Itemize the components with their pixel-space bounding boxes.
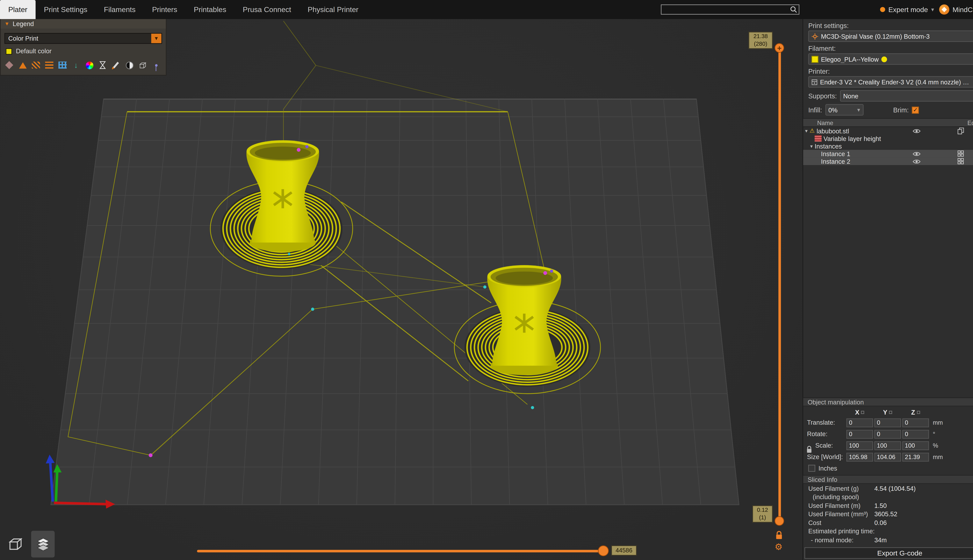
travel-arrow-icon[interactable] xyxy=(70,60,81,71)
move-slider-thumb[interactable] xyxy=(598,545,609,556)
tab-prusa-connect[interactable]: Prusa Connect xyxy=(234,0,299,19)
tab-physical-printer[interactable]: Physical Printer xyxy=(299,0,367,19)
translate-x-input[interactable] xyxy=(846,418,873,427)
object-row-variable-layer-height[interactable]: Variable layer height xyxy=(803,135,973,142)
size-label: Size [World]: xyxy=(807,453,846,460)
flower-icon[interactable] xyxy=(4,60,15,71)
shadow-sphere-icon[interactable] xyxy=(124,60,135,71)
rotate-x-input[interactable] xyxy=(846,430,873,438)
supports-select[interactable]: None xyxy=(840,90,973,102)
supports-value: None xyxy=(843,92,858,99)
supports-label: Supports: xyxy=(808,92,837,100)
instance-grid-icon[interactable] xyxy=(958,158,964,166)
seam-pencil-icon[interactable] xyxy=(110,60,121,71)
legend-header[interactable]: Legend xyxy=(1,19,166,28)
support-grid-icon[interactable] xyxy=(57,60,68,71)
infill-label: Infill: xyxy=(808,106,822,113)
axis-y-label: Y xyxy=(883,409,888,416)
translate-z-input[interactable] xyxy=(902,418,929,427)
visibility-eye-icon[interactable] xyxy=(913,128,921,135)
mode-label: Expert mode xyxy=(888,6,928,13)
axis-header-row: X Y Z xyxy=(807,408,973,417)
user-menu[interactable]: MindCubby xyxy=(939,0,973,19)
filament-select[interactable]: Elegoo_PLA--Yellow xyxy=(808,53,973,65)
tab-plater[interactable]: Plater xyxy=(0,0,36,19)
search-input[interactable] xyxy=(662,6,790,13)
size-y-input[interactable] xyxy=(874,452,901,462)
pin-icon[interactable] xyxy=(150,60,162,71)
infill-zigzag-icon[interactable] xyxy=(30,60,42,71)
object-row-instance-2[interactable]: Instance 2 xyxy=(803,158,973,165)
sliced-info-row: - normal mode: 34m xyxy=(808,536,973,543)
uniform-scale-lock-icon[interactable] xyxy=(806,444,812,456)
translate-row: Translate: mm xyxy=(807,418,973,427)
axis-x-label: X xyxy=(855,409,859,416)
rotate-unit: ° xyxy=(933,430,935,438)
viewport-3d[interactable]: Legend Color Print Default color xyxy=(0,19,802,560)
preview-view-button[interactable] xyxy=(31,531,55,557)
slider-lock-icon[interactable] xyxy=(775,531,783,542)
layer-slider-top-thumb[interactable] xyxy=(774,43,784,53)
inches-option[interactable]: Inches xyxy=(807,464,973,473)
tab-printables[interactable]: Printables xyxy=(186,0,234,19)
caret-down-icon[interactable] xyxy=(803,128,809,133)
tab-filaments[interactable]: Filaments xyxy=(95,0,144,19)
scale-z-input[interactable] xyxy=(902,441,929,450)
view-mode-select[interactable]: Color Print xyxy=(5,33,162,44)
user-name: MindCubby xyxy=(953,6,973,13)
scale-x-input[interactable] xyxy=(846,441,873,450)
infill-value: 0% xyxy=(828,107,838,113)
color-wheel-icon[interactable] xyxy=(84,60,95,71)
printer-select[interactable]: Ender-3 V2 * Creality Ender-3 V2 (0.4 mm… xyxy=(808,76,973,88)
sliced-info-row: Used Filament (m) 1.50 xyxy=(808,502,973,509)
filament-spool-color-icon xyxy=(881,56,887,62)
slider-settings-gear-icon[interactable] xyxy=(774,542,782,551)
print-settings-select[interactable]: MC3D-Spiral Vase (0.12mm) Bottom-3 xyxy=(808,30,973,42)
tab-print-settings[interactable]: Print Settings xyxy=(36,0,95,19)
brim-checkbox[interactable] xyxy=(912,107,919,113)
rotate-z-input[interactable] xyxy=(902,430,929,438)
layer-slider-bottom-thumb[interactable] xyxy=(774,516,784,526)
user-avatar xyxy=(939,5,949,15)
tab-printers[interactable]: Printers xyxy=(144,0,186,19)
axis-y-marker-icon xyxy=(889,411,892,414)
cube-3d-icon xyxy=(7,535,24,553)
sliced-info-row: Used Filament (g) 4.54 (1004.54) xyxy=(808,485,973,492)
infill-select[interactable]: 0% xyxy=(825,104,863,116)
scale-unit: % xyxy=(933,442,938,449)
mode-selector[interactable]: Expert mode xyxy=(880,0,934,19)
inches-checkbox[interactable] xyxy=(808,465,815,472)
legend-toolbar xyxy=(1,57,166,75)
object-list: Name Editing labuboot.stl Va xyxy=(803,118,973,165)
print-bed[interactable] xyxy=(51,99,739,505)
search-field[interactable] xyxy=(661,5,799,15)
visibility-eye-icon[interactable] xyxy=(913,159,921,166)
viewport-3d-canvas[interactable] xyxy=(0,19,802,560)
scale-y-input[interactable] xyxy=(874,441,901,450)
rotate-y-input[interactable] xyxy=(874,430,901,438)
object-row-instance-1[interactable]: Instance 1 xyxy=(803,150,973,158)
inches-label: Inches xyxy=(819,465,837,472)
add-color-change-icon xyxy=(777,44,781,52)
export-gcode-button[interactable]: Export G-code G xyxy=(804,547,973,559)
sliced-info-row: Estimated printing time: xyxy=(808,528,973,535)
layer-stack-icon[interactable] xyxy=(44,60,55,71)
object-list-header: Name Editing xyxy=(803,118,973,127)
perimeter-shell-icon[interactable] xyxy=(17,60,28,71)
expert-mode-dot-icon xyxy=(880,7,885,12)
object-row-model[interactable]: labuboot.stl xyxy=(803,127,973,135)
hourglass-icon[interactable] xyxy=(97,60,108,71)
move-slider[interactable] xyxy=(197,550,607,552)
instance-grid-icon[interactable] xyxy=(958,150,964,158)
editor-view-button[interactable] xyxy=(4,531,27,557)
object-row-instances[interactable]: Instances xyxy=(803,142,973,150)
caret-down-icon[interactable] xyxy=(808,143,814,149)
translate-y-input[interactable] xyxy=(874,418,901,427)
size-x-input[interactable] xyxy=(846,452,873,462)
size-z-input[interactable] xyxy=(902,452,929,462)
dropdown-arrow-icon[interactable] xyxy=(151,33,161,43)
size-row: Size [World]: mm xyxy=(807,452,973,462)
layer-slider[interactable] xyxy=(778,48,781,521)
wireframe-cube-icon[interactable] xyxy=(137,60,148,71)
visibility-eye-icon[interactable] xyxy=(913,151,921,158)
